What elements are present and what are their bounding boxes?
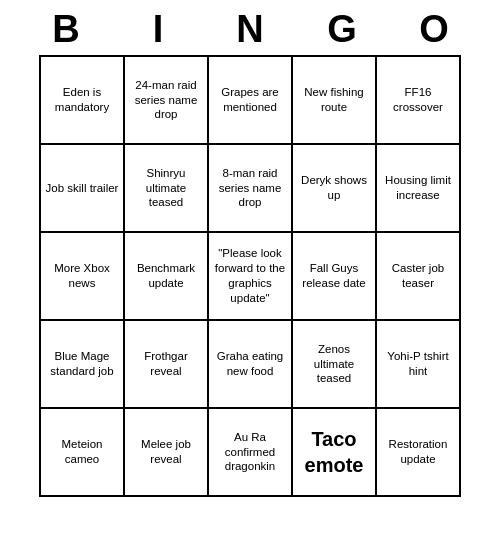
bingo-cell-14[interactable]: Caster job teaser	[377, 233, 461, 321]
bingo-cell-2[interactable]: Grapes are mentioned	[209, 57, 293, 145]
letter-i: I	[116, 8, 200, 51]
bingo-cell-8[interactable]: Deryk shows up	[293, 145, 377, 233]
bingo-cell-20[interactable]: Meteion cameo	[41, 409, 125, 497]
bingo-cell-15[interactable]: Blue Mage standard job	[41, 321, 125, 409]
letter-g: G	[300, 8, 384, 51]
bingo-cell-23[interactable]: Taco emote	[293, 409, 377, 497]
bingo-cell-0[interactable]: Eden is mandatory	[41, 57, 125, 145]
bingo-cell-18[interactable]: Zenos ultimate teased	[293, 321, 377, 409]
bingo-cell-9[interactable]: Housing limit increase	[377, 145, 461, 233]
bingo-title: B I N G O	[20, 0, 480, 55]
bingo-cell-5[interactable]: Job skill trailer	[41, 145, 125, 233]
bingo-cell-21[interactable]: Melee job reveal	[125, 409, 209, 497]
bingo-cell-7[interactable]: 8-man raid series name drop	[209, 145, 293, 233]
bingo-cell-17[interactable]: Graha eating new food	[209, 321, 293, 409]
bingo-cell-6[interactable]: Shinryu ultimate teased	[125, 145, 209, 233]
bingo-cell-10[interactable]: More Xbox news	[41, 233, 125, 321]
bingo-cell-3[interactable]: New fishing route	[293, 57, 377, 145]
letter-n: N	[208, 8, 292, 51]
letter-o: O	[392, 8, 476, 51]
bingo-grid: Eden is mandatory24-man raid series name…	[39, 55, 461, 497]
bingo-cell-4[interactable]: FF16 crossover	[377, 57, 461, 145]
letter-b: B	[24, 8, 108, 51]
bingo-cell-1[interactable]: 24-man raid series name drop	[125, 57, 209, 145]
bingo-cell-22[interactable]: Au Ra confirmed dragonkin	[209, 409, 293, 497]
bingo-cell-16[interactable]: Frothgar reveal	[125, 321, 209, 409]
bingo-cell-13[interactable]: Fall Guys release date	[293, 233, 377, 321]
bingo-cell-24[interactable]: Restoration update	[377, 409, 461, 497]
bingo-cell-12[interactable]: "Please look forward to the graphics upd…	[209, 233, 293, 321]
bingo-cell-11[interactable]: Benchmark update	[125, 233, 209, 321]
bingo-cell-19[interactable]: Yohi-P tshirt hint	[377, 321, 461, 409]
